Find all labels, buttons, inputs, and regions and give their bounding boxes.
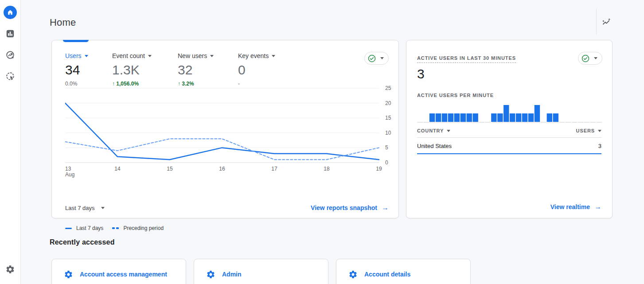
svg-text:Aug: Aug [65,171,74,178]
country-column-header[interactable]: COUNTRY [417,128,450,133]
chevron-down-icon [148,55,152,57]
data-quality-badge[interactable] [578,52,602,65]
recent-card-account-access-management[interactable]: Account access management [51,259,186,284]
gear-icon [206,270,215,281]
metric-event-count: Event count 1.3K ↑ 1,056.0% [112,52,178,87]
recent-card-admin[interactable]: Admin [194,259,328,284]
recent-card-account-details[interactable]: Account details [336,259,471,284]
chevron-down-icon [101,207,105,209]
metric-label: Key events [238,52,269,59]
svg-text:15: 15 [385,115,391,121]
sidebar-item-home[interactable] [3,5,17,19]
dashed-line-swatch [112,227,119,229]
svg-text:13: 13 [65,166,71,172]
users-column-header[interactable]: USERS [576,128,601,133]
legend-label-preceding-period: Preceding period [123,225,164,231]
svg-text:25: 25 [385,86,391,91]
metric-value: 34 [65,62,112,78]
svg-text:20: 20 [385,100,391,106]
recent-card-label: Account access management [80,271,167,278]
svg-text:0: 0 [385,160,388,166]
chevron-down-icon [598,130,601,132]
view-reports-snapshot-link[interactable]: View reports snapshot → [311,204,389,212]
header-divider [596,9,597,35]
left-navigation [0,0,21,284]
svg-text:16: 16 [219,166,225,172]
home-icon [4,6,17,19]
metric-label: New users [178,52,207,59]
chevron-down-icon [272,55,275,57]
svg-text:19: 19 [376,166,382,172]
check-circle-icon [581,54,590,63]
metric-value: 0 [238,62,275,78]
metric-new-users-selector[interactable]: New users [178,52,238,59]
users-cell: 3 [598,143,601,149]
metric-value: 1.3K [112,62,178,78]
metric-users-selector[interactable]: Users [65,52,112,59]
right-arrow-icon: → [382,204,389,212]
realtime-country-table: COUNTRY USERS United States 3 [417,128,601,154]
legend-label-last-7-days: Last 7 days [76,225,103,231]
right-arrow-icon: → [594,203,601,211]
snapshot-card-footer: Last 7 days View reports snapshot → [65,204,389,212]
explore-chart-icon [5,50,15,60]
metrics-row: Users 34 0.0% Event count 1.3K ↑ 1,056.0… [52,40,398,87]
svg-text:15: 15 [167,166,173,172]
table-row: United States 3 [417,138,601,154]
view-realtime-link[interactable]: View realtime → [550,203,601,211]
chevron-down-icon [85,55,88,57]
chart-legend: Last 7 days Preceding period [65,225,164,231]
recently-accessed-title: Recently accessed [50,238,115,246]
chevron-down-icon [447,130,450,132]
chevron-down-icon [210,55,214,57]
metric-new-users: New users 32 ↑ 3.2% [178,52,238,87]
date-range-value: Last 7 days [65,205,95,211]
date-range-select[interactable]: Last 7 days [65,205,105,211]
recent-card-label: Account details [364,271,410,278]
table-header-row: COUNTRY USERS [417,128,601,138]
metric-users: Users 34 0.0% [65,52,112,87]
page-title: Home [50,17,76,28]
sidebar-item-explore[interactable] [3,48,17,62]
recently-accessed-row: Account access management Admin Account … [51,259,471,284]
data-quality-badge[interactable] [364,52,389,65]
metric-label: Event count [112,52,145,59]
chevron-down-icon [594,57,597,59]
gear-icon [5,265,15,274]
gear-icon [64,270,73,281]
chevron-down-icon [380,57,384,59]
active-users-per-minute-chart [417,102,602,124]
analytics-home-page: Home Users 34 0.0% Event count [0,0,644,284]
metric-key-events-selector[interactable]: Key events [238,52,275,59]
active-users-30min-title: ACTIVE USERS IN LAST 30 MINUTES [417,55,516,63]
active-tab-indicator [63,40,89,42]
check-circle-icon [367,54,376,63]
svg-text:14: 14 [114,166,121,172]
bar-chart-icon [5,29,15,39]
insights-icon[interactable] [601,17,612,27]
svg-text:10: 10 [385,130,391,136]
metric-event-count-selector[interactable]: Event count [112,52,178,59]
country-cell: United States [417,143,452,149]
sidebar-item-admin[interactable] [3,262,17,276]
metric-key-events: Key events 0 - [238,52,275,87]
metric-label: Users [65,52,82,59]
solid-line-swatch [65,228,72,229]
svg-text:5: 5 [385,144,388,151]
realtime-card: ACTIVE USERS IN LAST 30 MINUTES 3 ACTIVE… [406,40,613,218]
users-line-chart: 051015202513Aug141516171819 [65,86,394,179]
gear-icon [348,270,358,281]
svg-text:18: 18 [324,166,330,172]
svg-text:17: 17 [271,166,277,172]
sidebar-item-advertising[interactable] [3,69,17,83]
reports-snapshot-card: Users 34 0.0% Event count 1.3K ↑ 1,056.0… [51,40,399,218]
advertising-target-icon [5,71,15,81]
active-users-per-minute-label: ACTIVE USERS PER MINUTE [417,93,601,98]
metric-value: 32 [178,62,238,78]
sidebar-item-reports[interactable] [3,27,17,41]
active-users-30min-value: 3 [417,66,601,82]
recent-card-label: Admin [222,271,242,278]
